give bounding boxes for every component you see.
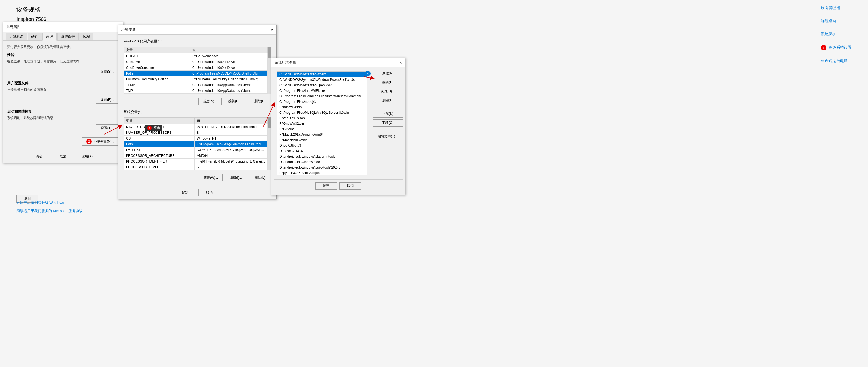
upgrade-windows-link[interactable]: 更改产品密钥或升级 Windows (17, 200, 83, 205)
edit-env-path-item[interactable]: F:\win_flex_bison (277, 115, 367, 121)
sys-vars-col-name: 变量 (124, 118, 195, 124)
edit-env-path-item[interactable]: D:\nasm-2.14.02 (277, 148, 367, 154)
user-var-row[interactable]: TMPC:\Users\windon10\AppData\Local\Temp (124, 88, 268, 94)
sysprop-cancel-button[interactable]: 取消 (52, 153, 74, 160)
sysprop-ok-button[interactable]: 确定 (28, 153, 50, 160)
tab-computer-name[interactable]: 计算机名 (6, 33, 27, 40)
sys-var-value: .COM;.EXE;.BAT;.CMD;.VBS;.VBE;.JS;.JSE;.… (194, 147, 267, 153)
user-vars-body: GOPATHF:\Go_WorkspaceOneDriveC:\Users\wi… (124, 53, 268, 94)
env-ok-button[interactable]: 确定 (174, 189, 196, 196)
tab-remote[interactable]: 远程 (79, 33, 93, 40)
user-edit-button[interactable]: 编辑(E)... (224, 97, 247, 105)
edit-env-path-item[interactable]: D:\android-sdk-windows\platform-tools (277, 154, 367, 159)
user-var-row[interactable]: GOPATHF:\Go_Workspace (124, 53, 268, 59)
edit-env-path-item[interactable]: C:\WINDOWS\System32\OpenSSH\ (277, 83, 367, 88)
sys-var-value: Intel64 Family 6 Model 94 Stepping 3, Ge… (194, 159, 267, 165)
sys-vars-col-value: 值 (194, 118, 267, 124)
env-cancel-button[interactable]: 取消 (198, 189, 220, 196)
sys-var-row[interactable]: PROCESSOR_IDENTIFIERIntel64 Family 6 Mod… (124, 159, 268, 165)
sys-var-row[interactable]: PathC:\Program Files (x86)\Common Files\… (124, 141, 268, 147)
edit-env-path-item[interactable]: F:\python3.9.5-32bit\Scripts (277, 170, 367, 175)
edit-env-path-item[interactable]: F:\Matlab2017a\bin (277, 137, 367, 143)
edit-env-list[interactable]: C:\WINDOWS\System32\WbemC:\WINDOWS\Syste… (277, 71, 367, 175)
sysprop-title-bar: 系统属性 × (3, 22, 123, 32)
edit-env-path-item[interactable]: C:\Program Files\Common Files\Intel\Wire… (277, 93, 367, 99)
edit-env-close-button[interactable]: × (400, 61, 402, 65)
user-vars-table-wrapper: 变量 值 GOPATHF:\Go_WorkspaceOneDriveC:\Use… (124, 47, 271, 94)
user-var-value: C:\Program Files\MySQL\MySQL Shell 8.0\b… (190, 71, 268, 77)
link-remote-desktop[interactable]: 远程桌面 (821, 19, 851, 24)
page-title: 设备规格 (17, 5, 46, 14)
badge-2: 2 (86, 139, 92, 144)
env-close-button[interactable]: × (271, 28, 273, 32)
startup-recovery-settings-button[interactable]: 设置(T)... (96, 124, 119, 132)
edit-env-edit-button[interactable]: 编辑(E) (373, 79, 403, 86)
user-profile-settings-button[interactable]: 设置(E)... (96, 96, 119, 104)
edit-env-path-item[interactable]: F:\Matlab2017a\runtime\win64 (277, 132, 367, 137)
edit-env-path-item[interactable]: F:\mingw64\bin (277, 105, 367, 110)
edit-env-title: 编辑环境变量 (275, 60, 296, 65)
edit-env-path-item[interactable]: C:\Program Files\MySQL\MySQL Server 8.0\… (277, 110, 367, 115)
sys-edit-button[interactable]: 编辑(I)... (225, 174, 247, 181)
sys-new-button[interactable]: 新建(W)... (199, 174, 223, 181)
user-vars-scrollbar-thumb (268, 47, 271, 58)
user-vars-table: 变量 值 GOPATHF:\Go_WorkspaceOneDriveC:\Use… (124, 47, 268, 94)
sys-var-name: PROCESSOR_LEVEL (124, 165, 195, 170)
badge-3-label: 3 双击 (145, 125, 162, 131)
user-var-value: C:\Users\windon10\OneDrive (190, 65, 268, 71)
edit-env-path-item[interactable]: C:\WINDOWS\System32\WindowsPowerShell\v1… (277, 77, 367, 83)
tab-hardware[interactable]: 硬件 (28, 33, 42, 40)
edit-env-path-item[interactable]: D:\android-sdk-windows\tools (277, 159, 367, 165)
tab-advanced[interactable]: 高级 (42, 33, 57, 40)
sys-vars-scrollbar[interactable] (268, 117, 271, 170)
edit-env-path-item[interactable]: F:\Git\cmd (277, 126, 367, 132)
edit-env-movedown-button[interactable]: 下移(O) (373, 119, 403, 126)
edit-env-moveup-button[interactable]: 上移(U) (373, 110, 403, 118)
sysprop-footer: 确定 取消 应用(A) (3, 150, 123, 163)
edit-env-dialog: 编辑环境变量 × C:\WINDOWS\System32\WbemC:\WIND… (271, 58, 405, 195)
badge-1: 1 (821, 45, 826, 51)
edit-env-body: C:\WINDOWS\System32\WbemC:\WINDOWS\Syste… (272, 67, 405, 195)
edit-env-path-item[interactable]: C:\WINDOWS\System32\Wbem (277, 72, 367, 77)
edit-env-browse-button[interactable]: 浏览(B)... (373, 88, 403, 95)
edit-env-path-item[interactable]: C:\Program Files\Intel\WiFi\bin\ (277, 88, 367, 93)
user-var-row[interactable]: PyCharm Community EditionF:\PyCharm Comm… (124, 77, 268, 82)
user-var-row[interactable]: TEMPC:\Users\windon10\AppData\Local\Temp (124, 82, 268, 88)
user-new-button[interactable]: 新建(N)... (198, 97, 222, 105)
edit-env-path-item[interactable]: D:\android-sdk-windows\build-tools\29.0.… (277, 165, 367, 170)
user-var-row[interactable]: PathC:\Program Files\MySQL\MySQL Shell 8… (124, 71, 268, 77)
sys-var-row[interactable]: PROCESSOR_LEVEL6 (124, 165, 268, 170)
edit-env-new-button[interactable]: 新建(N) (373, 69, 403, 77)
tab-sys-protection[interactable]: 系统保护 (57, 33, 79, 40)
sys-delete-button[interactable]: 删除(L) (249, 174, 271, 181)
performance-settings-button[interactable]: 设置(S)... (96, 68, 119, 75)
edit-env-ok-button[interactable]: 确定 (315, 182, 337, 190)
sys-var-row[interactable]: PATHEXT.COM;.EXE;.BAT;.CMD;.VBS;.VBE;.JS… (124, 147, 268, 153)
user-var-row[interactable]: OneDriveConsumerC:\Users\windon10\OneDri… (124, 65, 268, 71)
sys-var-row[interactable]: PROCESSOR_ARCHITECTUREAMD64 (124, 153, 268, 159)
user-vars-col-name: 变量 (124, 47, 190, 53)
service-agreement-link[interactable]: 阅读适用于我们服务的 Microsoft 服务协议 (17, 208, 83, 214)
device-model: Inspiron 7566 (17, 17, 46, 22)
user-vars-scrollbar[interactable] (268, 47, 271, 94)
edit-env-path-item[interactable]: C:\Program Files\nodejs\ (277, 99, 367, 105)
user-vars-btn-row: 新建(N)... 编辑(E)... 删除(D) (120, 95, 274, 107)
sys-var-name: PATHEXT (124, 147, 195, 153)
edit-env-path-item[interactable]: D:\dd-0.6beta3 (277, 143, 367, 148)
edit-env-delete-button[interactable]: 删除(D) (373, 97, 403, 104)
edit-env-path-item[interactable]: F:\GnuWin32\bin (277, 121, 367, 126)
link-system-protection[interactable]: 系统保护 (821, 32, 851, 37)
sys-var-value: 8 (194, 130, 267, 136)
user-delete-button[interactable]: 删除(D) (249, 97, 271, 105)
edit-env-edittext-button[interactable]: 编辑文本(T)... (373, 133, 403, 140)
sysprop-apply-button[interactable]: 应用(A) (76, 153, 98, 160)
sys-var-value: Windows_NT (194, 136, 267, 141)
link-advanced-settings[interactable]: 1 高级系统设置 (821, 45, 851, 51)
sys-var-row[interactable]: OSWindows_NT (124, 136, 268, 141)
link-device-manager[interactable]: 设备管理器 (821, 5, 851, 10)
device-spec: 设备规格 Inspiron 7566 (17, 5, 46, 22)
user-var-row[interactable]: OneDriveC:\Users\windon10\OneDrive (124, 59, 268, 65)
edit-env-cancel-button[interactable]: 取消 (339, 182, 361, 190)
link-rename-pc[interactable]: 重命名这台电脑 (821, 59, 851, 64)
env-vars-button[interactable]: 2 环境变量(N)... (82, 137, 119, 145)
